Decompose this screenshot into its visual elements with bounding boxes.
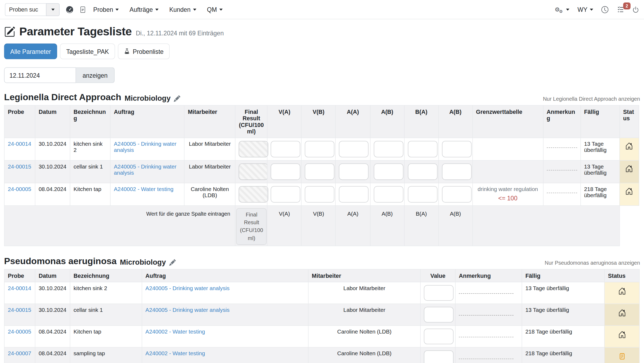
ab2-input[interactable]	[442, 186, 471, 203]
value-input[interactable]	[424, 329, 453, 344]
col-ba: B(A)	[404, 105, 438, 138]
va-input[interactable]	[271, 163, 300, 180]
status-cell[interactable]	[604, 326, 639, 347]
tasklist-button[interactable]: 2	[617, 6, 624, 13]
probenliste-button[interactable]: Probenliste	[118, 44, 170, 59]
probe-link[interactable]: 24-00015	[8, 307, 31, 313]
auftrag-link[interactable]: A240002 - Water testing	[114, 186, 173, 192]
auftrag-link[interactable]: A240005 - Drinking water analysis	[114, 141, 177, 153]
vb-input[interactable]	[305, 163, 334, 180]
pencil-icon[interactable]	[174, 95, 181, 102]
ab-column-button[interactable]: A(B)	[370, 205, 404, 246]
probe-link[interactable]: 24-00015	[8, 163, 31, 170]
datum-cell: 30.10.2024	[35, 282, 70, 304]
status-cell[interactable]	[604, 304, 639, 326]
probe-link[interactable]: 24-00014	[8, 141, 31, 147]
probe-link[interactable]: 24-00014	[8, 285, 31, 291]
auftrag-link[interactable]: A240005 - Drinking water analysis	[114, 163, 177, 176]
ba-input[interactable]	[408, 141, 437, 157]
ab2-column-button[interactable]: A(B)	[438, 205, 472, 246]
probe-link[interactable]: 24-00007	[8, 351, 31, 357]
ab2-input[interactable]	[442, 141, 471, 157]
anmerkung-cell[interactable]	[543, 138, 581, 160]
anmerkung-input-line[interactable]	[459, 293, 514, 294]
anmerkung-input-line[interactable]	[547, 193, 577, 193]
value-input[interactable]	[424, 285, 453, 301]
status-cell[interactable]	[620, 138, 639, 160]
final-result-column-button[interactable]: Final Result (CFU/100 ml)	[236, 208, 267, 245]
search-dropdown-button[interactable]	[46, 3, 60, 16]
pseudomonas-filter-link[interactable]: Nur Pseudomonas aeruginosa anzeigen	[545, 260, 640, 267]
legionella-filter-link[interactable]: Nur Legionella Direct Approach anzeigen	[543, 96, 640, 103]
column-fill-hint: Wert für die ganze Spalte eintragen	[4, 205, 235, 246]
footer-spacer	[473, 205, 620, 246]
view-switcher: Alle Parameter Tagesliste_PAK Probenlist…	[4, 44, 640, 59]
ab-input[interactable]	[374, 186, 403, 203]
menu-qm[interactable]: QM	[207, 6, 223, 13]
table-row: 24-00014 30.10.2024 kitchen sink 2 A2400…	[4, 138, 639, 160]
va-input[interactable]	[271, 186, 300, 203]
anmerkung-input-line[interactable]	[459, 359, 514, 359]
probe-link[interactable]: 24-00005	[8, 186, 31, 192]
ba-column-button[interactable]: B(A)	[404, 205, 438, 246]
mitarbeiter-cell: Labor Mitarbeiter	[184, 160, 235, 183]
aa-input[interactable]	[339, 163, 369, 180]
pencil-icon[interactable]	[169, 259, 176, 266]
col-bezeichnung: Bezeichnung	[70, 105, 110, 138]
auftrag-link[interactable]: A240002 - Water testing	[145, 351, 205, 357]
status-cell[interactable]	[620, 183, 639, 205]
status-cell[interactable]	[620, 160, 639, 183]
anmerkung-input-line[interactable]	[459, 315, 514, 316]
clock-icon[interactable]	[601, 6, 608, 13]
anmerkung-cell[interactable]	[455, 347, 522, 363]
ab-input[interactable]	[374, 163, 403, 180]
search-input[interactable]	[5, 3, 46, 16]
anmerkung-cell[interactable]	[543, 160, 581, 183]
anmerkung-cell[interactable]	[455, 326, 522, 347]
auftrag-link[interactable]: A240005 - Drinking water analysis	[145, 307, 230, 313]
anmerkung-cell[interactable]	[543, 183, 581, 205]
power-icon[interactable]	[632, 6, 639, 13]
settings-menu[interactable]: ⚙⚙	[555, 6, 569, 13]
aa-input[interactable]	[339, 141, 369, 157]
va-input[interactable]	[271, 141, 300, 157]
menu-auftraege[interactable]: Aufträge	[130, 6, 159, 13]
datum-cell: 30.10.2024	[35, 304, 70, 326]
pseudomonas-table: Probe Datum Bezeichnung Auftrag Mitarbei…	[4, 269, 639, 363]
status-cell[interactable]	[604, 347, 639, 363]
ab2-input[interactable]	[442, 163, 471, 180]
auftrag-link[interactable]: A240002 - Water testing	[145, 329, 205, 335]
column-fill-row: Wert für die ganze Spalte eintragen Fina…	[4, 205, 639, 246]
va-column-button[interactable]: V(A)	[267, 205, 301, 246]
pseudomonas-header-row: Probe Datum Bezeichnung Auftrag Mitarbei…	[4, 270, 639, 282]
user-menu[interactable]: WY	[578, 6, 593, 13]
all-parameters-button[interactable]: Alle Parameter	[4, 44, 57, 59]
anmerkung-input-line[interactable]	[547, 170, 577, 171]
ba-input[interactable]	[408, 163, 437, 180]
menu-kunden[interactable]: Kunden	[169, 6, 196, 13]
value-input[interactable]	[424, 351, 453, 363]
aa-input[interactable]	[339, 186, 369, 203]
document-icon[interactable]	[80, 6, 86, 13]
dashboard-icon[interactable]	[66, 6, 73, 13]
show-button[interactable]: anzeigen	[76, 67, 115, 83]
vb-input[interactable]	[305, 141, 334, 157]
anmerkung-input-line[interactable]	[459, 337, 514, 338]
menu-proben[interactable]: Proben	[93, 6, 119, 13]
anmerkung-cell[interactable]	[455, 304, 522, 326]
date-input[interactable]	[4, 67, 76, 83]
vb-input[interactable]	[305, 186, 334, 203]
pencil-square-icon[interactable]	[4, 26, 15, 37]
tagesliste-pak-button[interactable]: Tagesliste_PAK	[60, 44, 115, 59]
status-cell[interactable]	[604, 282, 639, 304]
page-header: Parameter Tagesliste Di., 12.11.2024 mit…	[4, 25, 640, 38]
auftrag-link[interactable]: A240005 - Drinking water analysis	[145, 285, 230, 291]
anmerkung-input-line[interactable]	[547, 147, 577, 148]
ab-input[interactable]	[374, 141, 403, 157]
aa-column-button[interactable]: A(A)	[336, 205, 370, 246]
anmerkung-cell[interactable]	[455, 282, 522, 304]
probe-link[interactable]: 24-00005	[8, 329, 31, 335]
value-input[interactable]	[424, 307, 453, 323]
ba-input[interactable]	[408, 186, 437, 203]
vb-column-button[interactable]: V(B)	[301, 205, 335, 246]
